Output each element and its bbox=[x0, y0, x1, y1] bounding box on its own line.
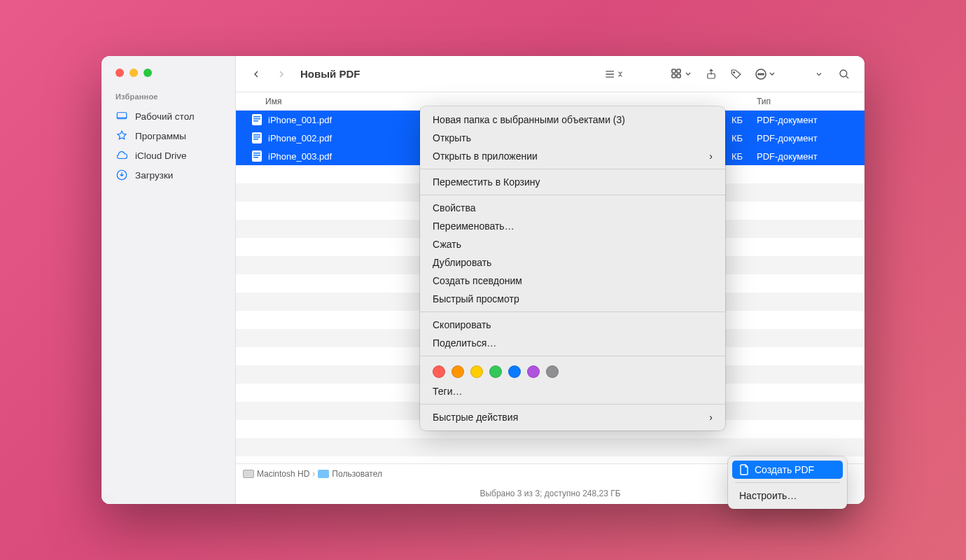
svg-rect-21 bbox=[252, 150, 262, 162]
more-button[interactable] bbox=[751, 64, 779, 85]
sidebar-item-icloud[interactable]: iCloud Drive bbox=[102, 146, 235, 165]
search-button[interactable] bbox=[834, 64, 855, 85]
menu-separator bbox=[420, 356, 725, 356]
path-segment[interactable]: Пользовател bbox=[332, 469, 382, 479]
tag-button[interactable] bbox=[726, 64, 747, 85]
context-menu-item-quicklook[interactable]: Быстрый просмотр bbox=[420, 290, 725, 308]
column-header-type[interactable]: Тип bbox=[751, 97, 864, 106]
context-menu-item-tags[interactable]: Теги… bbox=[420, 382, 725, 400]
tag-color-dot[interactable] bbox=[546, 365, 559, 378]
chevron-right-icon: › bbox=[709, 150, 713, 162]
svg-rect-20 bbox=[253, 139, 258, 140]
downloads-icon bbox=[115, 169, 128, 181]
svg-rect-22 bbox=[253, 153, 260, 154]
sidebar-item-label: Рабочий стол bbox=[135, 111, 195, 122]
sidebar-item-label: Программы bbox=[135, 131, 186, 141]
window-title: Новый PDF bbox=[300, 68, 360, 80]
context-menu-item-copy[interactable]: Скопировать bbox=[420, 316, 725, 334]
svg-rect-14 bbox=[253, 116, 260, 118]
context-menu-item-trash[interactable]: Переместить в Корзину bbox=[420, 173, 725, 191]
svg-point-7 bbox=[734, 71, 735, 73]
dropdown-button[interactable] bbox=[808, 64, 830, 85]
context-menu-item-open[interactable]: Открыть bbox=[420, 129, 725, 147]
svg-rect-5 bbox=[677, 74, 680, 78]
context-menu-item-duplicate[interactable]: Дублировать bbox=[420, 253, 725, 272]
submenu-item-create-pdf[interactable]: Создать PDF bbox=[732, 461, 843, 479]
tag-color-dot[interactable] bbox=[527, 365, 540, 378]
minimize-window-button[interactable] bbox=[130, 69, 138, 77]
svg-rect-13 bbox=[252, 114, 262, 125]
tag-colors-row bbox=[420, 360, 725, 382]
svg-rect-16 bbox=[253, 120, 258, 122]
chevron-right-icon: › bbox=[312, 469, 315, 479]
sidebar: Избранное Рабочий стол Программы iCloud … bbox=[102, 56, 236, 504]
toolbar: Новый PDF bbox=[236, 56, 864, 92]
svg-rect-19 bbox=[253, 136, 260, 138]
submenu-label: Создать PDF bbox=[755, 464, 814, 475]
folder-icon bbox=[318, 470, 329, 478]
menu-separator bbox=[420, 312, 725, 312]
window-controls bbox=[102, 69, 235, 92]
svg-point-10 bbox=[760, 74, 762, 75]
close-window-button[interactable] bbox=[115, 69, 124, 77]
empty-row bbox=[236, 438, 864, 456]
column-header-name[interactable]: Имя bbox=[236, 97, 674, 106]
context-menu-item-rename[interactable]: Переименовать… bbox=[420, 217, 725, 235]
path-segment[interactable]: Macintosh HD bbox=[257, 469, 309, 479]
quick-actions-submenu: Создать PDF Настроить… bbox=[728, 456, 847, 509]
svg-point-12 bbox=[840, 70, 847, 77]
context-menu-item-compress[interactable]: Сжать bbox=[420, 235, 725, 253]
svg-rect-2 bbox=[672, 69, 676, 73]
view-list-button[interactable] bbox=[598, 64, 629, 85]
share-button[interactable] bbox=[701, 64, 722, 85]
menu-separator bbox=[420, 169, 725, 169]
sidebar-item-label: iCloud Drive bbox=[135, 150, 187, 161]
submenu-label: Настроить… bbox=[739, 490, 797, 501]
sidebar-item-label: Загрузки bbox=[135, 170, 173, 181]
context-menu-item-alias[interactable]: Создать псевдоним bbox=[420, 272, 725, 290]
menu-separator bbox=[420, 404, 725, 405]
disk-icon bbox=[243, 470, 254, 478]
svg-rect-4 bbox=[672, 74, 676, 78]
sidebar-item-applications[interactable]: Программы bbox=[102, 126, 235, 146]
file-type: PDF-документ bbox=[751, 151, 864, 162]
svg-rect-17 bbox=[252, 132, 262, 144]
svg-point-11 bbox=[762, 74, 764, 75]
file-type: PDF-документ bbox=[751, 133, 864, 144]
applications-icon bbox=[115, 130, 128, 142]
context-menu-item-new-folder[interactable]: Новая папка с выбранными объектами (3) bbox=[420, 111, 725, 129]
context-menu-item-info[interactable]: Свойства bbox=[420, 199, 725, 217]
svg-rect-23 bbox=[253, 155, 260, 156]
document-icon bbox=[739, 464, 749, 475]
back-button[interactable] bbox=[246, 64, 267, 85]
file-icon bbox=[251, 114, 262, 125]
tag-color-dot[interactable] bbox=[433, 365, 445, 378]
context-menu-item-share[interactable]: Поделиться… bbox=[420, 334, 725, 352]
svg-rect-24 bbox=[253, 157, 258, 158]
tag-color-dot[interactable] bbox=[451, 365, 464, 378]
forward-button[interactable] bbox=[271, 64, 292, 85]
svg-rect-15 bbox=[253, 118, 260, 120]
tag-color-dot[interactable] bbox=[470, 365, 483, 378]
menu-separator bbox=[420, 195, 725, 195]
finder-window: Избранное Рабочий стол Программы iCloud … bbox=[102, 56, 864, 504]
sidebar-section-label: Избранное bbox=[102, 92, 235, 106]
svg-point-9 bbox=[758, 74, 760, 75]
maximize-window-button[interactable] bbox=[144, 69, 152, 77]
svg-rect-18 bbox=[253, 134, 260, 136]
file-icon bbox=[251, 150, 262, 162]
tag-color-dot[interactable] bbox=[508, 365, 521, 378]
cloud-icon bbox=[115, 149, 128, 162]
file-icon bbox=[251, 132, 262, 144]
group-button[interactable] bbox=[666, 64, 696, 85]
submenu-item-customize[interactable]: Настроить… bbox=[732, 486, 843, 505]
context-menu-item-open-with[interactable]: Открыть в приложении› bbox=[420, 147, 725, 165]
context-menu: Новая папка с выбранными объектами (3) О… bbox=[420, 106, 725, 430]
svg-rect-3 bbox=[677, 69, 680, 73]
sidebar-item-desktop[interactable]: Рабочий стол bbox=[102, 106, 235, 126]
desktop-icon bbox=[115, 110, 128, 122]
file-type: PDF-документ bbox=[751, 115, 864, 125]
sidebar-item-downloads[interactable]: Загрузки bbox=[102, 165, 235, 185]
context-menu-item-quick-actions[interactable]: Быстрые действия› bbox=[420, 408, 725, 426]
tag-color-dot[interactable] bbox=[489, 365, 502, 378]
